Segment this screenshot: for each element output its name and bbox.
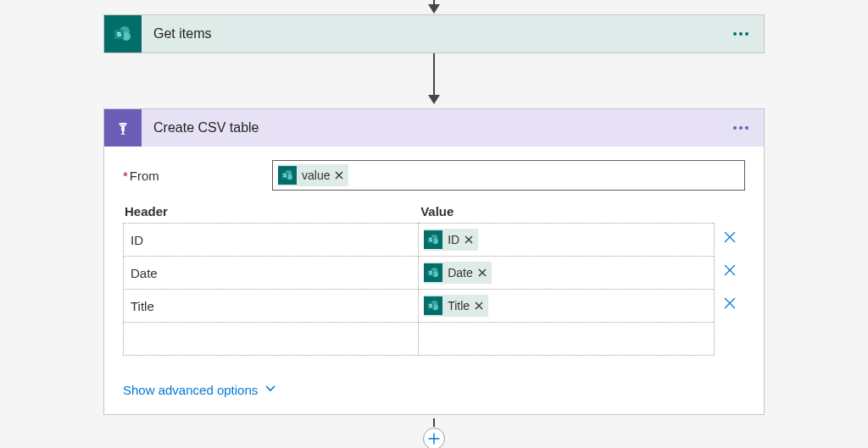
value-cell[interactable]: S Title xyxy=(418,289,715,323)
from-input[interactable]: S value xyxy=(272,160,745,191)
svg-point-11 xyxy=(745,126,748,130)
value-cell-empty[interactable] xyxy=(418,322,715,356)
token-label: Title xyxy=(448,299,470,312)
card-menu-button[interactable] xyxy=(726,19,755,48)
delete-row-placeholder xyxy=(715,320,745,354)
action-card-get-items[interactable]: S Get items xyxy=(103,14,765,53)
connector-arrow xyxy=(428,0,440,14)
remove-token-icon[interactable] xyxy=(335,169,343,182)
show-advanced-options-link[interactable]: Show advanced options xyxy=(123,383,276,397)
delete-row-button[interactable] xyxy=(715,221,745,255)
add-step-button[interactable] xyxy=(423,428,445,448)
delete-row-button[interactable] xyxy=(715,287,745,321)
svg-point-5 xyxy=(739,32,743,36)
sharepoint-icon: S xyxy=(424,230,442,249)
header-cell[interactable]: ID xyxy=(123,223,419,257)
chevron-down-icon xyxy=(264,383,276,397)
sharepoint-icon: S xyxy=(278,166,297,185)
card-body: *From S value xyxy=(104,147,764,361)
close-icon xyxy=(723,230,737,246)
close-icon xyxy=(723,296,737,312)
header-column: Header ID Date Title xyxy=(123,204,419,356)
value-cell[interactable]: S ID xyxy=(418,223,715,257)
value-column: Value S ID S xyxy=(419,204,715,356)
token-label: ID xyxy=(448,233,459,246)
close-icon xyxy=(723,263,737,279)
delete-column-header xyxy=(715,204,745,222)
sharepoint-icon: S xyxy=(424,296,442,315)
columns-table: Header ID Date Title Value S ID xyxy=(123,204,745,356)
svg-text:S: S xyxy=(429,237,432,242)
value-column-label: Value xyxy=(419,204,715,223)
delete-column xyxy=(715,204,745,356)
advanced-options-label: Show advanced options xyxy=(123,383,258,397)
svg-point-9 xyxy=(733,126,737,130)
dynamic-token-value[interactable]: S value xyxy=(278,164,348,186)
remove-token-icon[interactable] xyxy=(475,299,483,312)
svg-text:S: S xyxy=(283,173,287,178)
svg-text:S: S xyxy=(117,30,122,38)
plus-icon xyxy=(428,433,440,445)
connector-arrow xyxy=(428,53,440,104)
sharepoint-icon: S xyxy=(104,15,142,53)
header-cell[interactable]: Date xyxy=(123,256,419,290)
header-cell[interactable]: Title xyxy=(123,289,419,323)
data-operations-icon: { { xyxy=(104,109,142,147)
card-title: Create CSV table xyxy=(142,120,726,136)
token-label: value xyxy=(302,169,330,182)
remove-token-icon[interactable] xyxy=(465,233,473,246)
value-cell[interactable]: S Date xyxy=(418,256,715,290)
from-label: *From xyxy=(123,169,272,183)
svg-point-4 xyxy=(733,32,737,36)
card-title: Get items xyxy=(142,26,726,41)
dynamic-token-date[interactable]: S Date xyxy=(424,262,492,284)
dynamic-token-id[interactable]: S ID xyxy=(424,229,478,251)
card-header[interactable]: { { Create CSV table xyxy=(104,109,764,147)
delete-row-button[interactable] xyxy=(715,254,745,288)
connector-arrow xyxy=(433,418,435,427)
dynamic-token-title[interactable]: S Title xyxy=(424,295,488,317)
header-cell-empty[interactable] xyxy=(123,322,419,356)
card-header[interactable]: S Get items xyxy=(104,15,764,53)
from-field-row: *From S value xyxy=(123,160,745,191)
card-menu-button[interactable] xyxy=(726,113,755,142)
header-column-label: Header xyxy=(123,204,419,223)
required-asterisk: * xyxy=(123,169,128,183)
flow-canvas: S Get items { { Create C xyxy=(0,0,868,448)
remove-token-icon[interactable] xyxy=(478,266,487,279)
action-card-create-csv[interactable]: { { Create CSV table *From xyxy=(103,108,765,415)
svg-text:S: S xyxy=(429,303,432,308)
svg-text:S: S xyxy=(429,270,432,275)
sharepoint-icon: S xyxy=(424,263,442,282)
token-label: Date xyxy=(448,266,473,279)
svg-point-6 xyxy=(745,32,748,36)
svg-point-10 xyxy=(739,126,743,130)
